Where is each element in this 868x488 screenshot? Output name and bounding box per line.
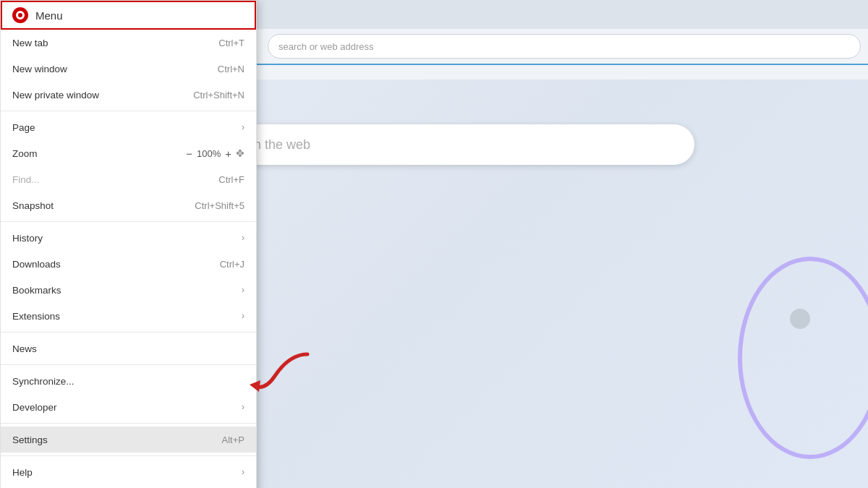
menu-item-label-find: Find... [12,174,40,185]
menu-item-label-snapshot: Snapshot [12,200,54,211]
menu-item-label-new-window: New window [12,64,67,74]
menu-divider-3 [1,332,256,333]
menu-item-developer[interactable]: Developer › [1,394,256,420]
menu-item-label-new-private-window: New private window [12,90,99,100]
menu-item-shortcut-new-tab: Ctrl+T [218,38,244,48]
menu-item-label-zoom: Zoom [12,148,38,159]
menu-item-news[interactable]: News [1,335,256,361]
address-bar-placeholder: search or web address [278,41,374,52]
opera-logo-icon [12,7,28,23]
menu-divider-2 [1,221,256,222]
menu-divider-1 [1,111,256,111]
deco-circle-outline [738,257,868,459]
menu-header: Menu [1,1,256,30]
menu-item-snapshot[interactable]: Snapshot Ctrl+Shift+5 [1,192,256,218]
menu-item-label-developer: Developer [12,402,57,413]
menu-item-downloads[interactable]: Downloads Ctrl+J [1,251,256,277]
zoom-level: 100% [197,148,221,159]
deco-circle-small [790,309,810,329]
menu-item-help[interactable]: Help › [1,459,256,485]
chevron-right-icon-help: › [242,467,244,477]
chevron-right-icon-page: › [242,122,244,132]
menu-item-label-new-tab: New tab [12,38,48,48]
menu-item-label-news: News [12,343,37,354]
zoom-fit-icon[interactable]: ✥ [236,147,244,159]
menu-item-page[interactable]: Page › [1,114,256,140]
menu-item-shortcut-new-private-window: Ctrl+Shift+N [193,90,244,100]
menu-item-label-page: Page [12,122,35,133]
menu-item-label-downloads: Downloads [12,259,61,270]
chevron-right-icon-bookmarks: › [242,285,244,295]
menu-item-shortcut-settings: Alt+P [222,435,244,445]
menu-divider-6 [1,455,256,456]
address-bar[interactable]: search or web address [268,34,861,59]
chevron-right-icon-history: › [242,233,244,243]
menu-item-label-extensions: Extensions [12,311,60,322]
menu-item-new-tab[interactable]: New tab Ctrl+T [1,30,256,56]
menu-item-history[interactable]: History › [1,225,256,251]
chevron-right-icon-extensions: › [242,311,244,321]
menu-divider-4 [1,364,256,365]
menu-item-label-synchronize: Synchronize... [12,376,75,387]
menu-item-update-recovery[interactable]: Update & Recovery... [1,485,256,488]
zoom-minus-icon[interactable]: − [186,147,192,160]
menu-item-label-bookmarks: Bookmarks [12,285,61,296]
menu-item-shortcut-find: Ctrl+F [218,174,244,185]
menu-item-label-history: History [12,233,43,244]
menu-item-shortcut-new-window: Ctrl+N [218,64,244,74]
menu-item-label-help: Help [12,467,33,478]
menu-divider-5 [1,423,256,424]
chevron-right-icon-developer: › [242,402,244,412]
menu-item-new-private-window[interactable]: New private window Ctrl+Shift+N [1,82,256,108]
menu-item-new-window[interactable]: New window Ctrl+N [1,56,256,82]
menu-title: Menu [35,9,63,22]
opera-menu: Menu New tab Ctrl+T New window Ctrl+N Ne… [0,0,257,488]
menu-item-shortcut-snapshot: Ctrl+Shift+5 [195,200,244,211]
opera-logo-inner [16,11,25,20]
menu-item-shortcut-downloads: Ctrl+J [220,259,244,270]
menu-item-zoom[interactable]: Zoom − 100% + ✥ [1,140,256,166]
zoom-plus-icon[interactable]: + [225,147,231,160]
menu-item-find[interactable]: Find... Ctrl+F [1,166,256,192]
zoom-controls: − 100% + ✥ [186,147,244,160]
menu-item-settings[interactable]: Settings Alt+P [1,427,256,453]
menu-item-label-settings: Settings [12,435,48,445]
menu-item-bookmarks[interactable]: Bookmarks › [1,277,256,303]
menu-item-extensions[interactable]: Extensions › [1,303,256,329]
menu-item-synchronize[interactable]: Synchronize... [1,368,256,394]
